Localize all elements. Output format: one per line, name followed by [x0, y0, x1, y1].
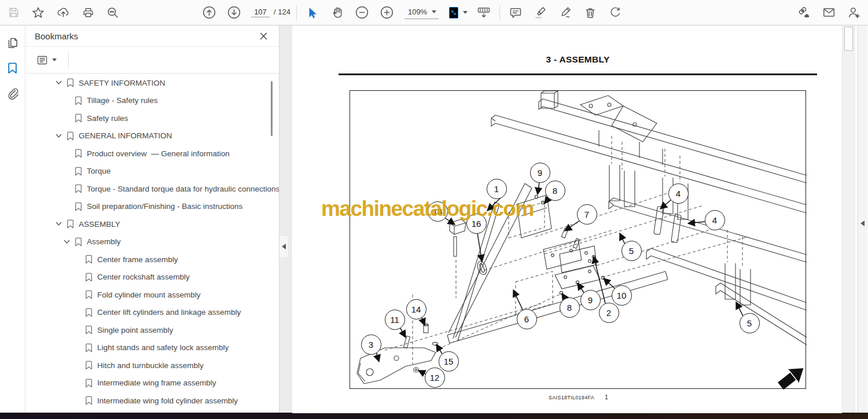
bookmark-label: Intermediate wing frame assembly [97, 378, 216, 387]
bookmark-icon [6, 61, 19, 75]
bookmark-item[interactable]: Light stands and safety lock assembly [25, 339, 279, 357]
bookmark-glyph-icon [75, 237, 82, 247]
bookmark-item[interactable]: Product overview — General information [25, 145, 279, 163]
chevron-left-icon [282, 244, 286, 249]
scrollbar-thumb[interactable] [844, 27, 853, 51]
bookmarks-scrollbar-thumb[interactable] [271, 81, 273, 136]
comment-button[interactable] [506, 3, 525, 23]
hand-tool-button[interactable] [328, 3, 347, 23]
sign-button[interactable] [556, 3, 575, 23]
bookmark-item[interactable]: Single point assembly [25, 321, 279, 339]
bookmark-label: ASSEMBLY [79, 220, 120, 229]
chevron-down-icon [54, 222, 62, 226]
arrow-up-circle-icon [203, 6, 216, 19]
select-tool-button[interactable] [303, 3, 322, 23]
fit-page-dropdown[interactable] [447, 6, 468, 20]
bookmark-label: Hitch and turnbuckle assembly [97, 361, 204, 370]
chevron-down-icon [52, 58, 57, 61]
document-scrollbar[interactable] [842, 25, 855, 413]
options-separator [68, 52, 69, 69]
bookmarks-panel-header: Bookmarks [25, 25, 279, 47]
highlight-button[interactable] [531, 3, 550, 23]
callout-12: 12 [425, 367, 445, 388]
zoom-in-button[interactable] [377, 3, 397, 23]
bookmark-item[interactable]: Center rockshaft assembly [25, 269, 279, 286]
bookmarks-panel-button[interactable] [2, 56, 24, 80]
bookmark-glyph-icon [67, 131, 74, 141]
bookmark-glyph-icon [75, 96, 82, 105]
bookmark-label: Soil preparation/Finishing - Basic instr… [87, 202, 242, 211]
callout-8: 8 [545, 181, 565, 201]
bookmark-item[interactable]: Hitch and turnbuckle assembly [25, 356, 279, 374]
bookmark-item[interactable]: Center frame assembly [25, 251, 279, 269]
add-account-button[interactable] [844, 3, 863, 23]
delete-button[interactable] [580, 3, 600, 23]
plus-circle-icon [380, 6, 393, 19]
bookmark-item[interactable]: Torque - Standard torque data for hydrau… [25, 180, 279, 198]
callout-4: 4 [705, 210, 725, 230]
print-icon [82, 6, 94, 19]
bookmarks-options-row [25, 47, 279, 73]
page-number-input[interactable] [251, 8, 270, 17]
collapse-panel-handle[interactable] [279, 235, 289, 258]
scrolling-mode-button[interactable] [474, 3, 494, 23]
bookmark-glyph-icon [85, 290, 93, 299]
view-tools-group: 109% [303, 3, 494, 23]
bookmark-label: Center rockshaft assembly [97, 273, 190, 281]
print-button[interactable] [78, 3, 98, 23]
page-thumbnails-button[interactable] [2, 30, 24, 54]
search-button[interactable] [103, 3, 123, 23]
comment-bubble-icon [509, 6, 522, 19]
bookmark-item[interactable]: Intermediate wing fold cylinder assembly [25, 392, 279, 410]
bookmark-label: Torque [87, 167, 111, 175]
bookmark-glyph-icon [75, 184, 82, 193]
pages-icon [6, 35, 20, 49]
section-title: 3 - ASSEMBLY [339, 54, 817, 65]
bookmark-glyph-icon [85, 343, 93, 352]
bookmark-item[interactable]: Assembly [25, 233, 279, 251]
chevron-down-icon [463, 11, 468, 14]
get-link-button[interactable] [794, 3, 814, 23]
callout-2: 2 [599, 303, 619, 323]
bookmark-glyph-icon [75, 202, 82, 211]
close-panel-button[interactable] [256, 28, 271, 43]
share-button[interactable] [53, 3, 73, 23]
bookmark-item[interactable]: Tillage - Safety rules [25, 92, 279, 110]
callout-14: 14 [406, 299, 426, 319]
bookmark-label: Intermediate wing fold cylinder assembly [97, 396, 238, 405]
bookmark-options-button[interactable] [35, 53, 59, 67]
bookmark-item[interactable]: Center lift cylinders and linkage assemb… [25, 304, 279, 322]
collapse-right-panel-handle[interactable] [860, 220, 865, 226]
chevron-down-icon [54, 80, 62, 85]
zoom-level-dropdown[interactable]: 109% [404, 6, 439, 19]
bookmark-label: Product overview — General information [87, 149, 230, 158]
rotate-button[interactable] [605, 3, 625, 23]
bookmark-item[interactable]: Intermediate wing frame assembly [25, 374, 279, 392]
star-icon [32, 6, 45, 19]
bookmark-glyph-icon [85, 255, 93, 264]
bookmark-label: Tillage - Safety rules [87, 96, 158, 105]
bookmark-item[interactable]: Safety rules [25, 109, 279, 127]
bookmark-glyph-icon [85, 361, 93, 370]
bookmark-item[interactable]: Torque [25, 163, 279, 181]
save-button[interactable] [3, 3, 23, 23]
bookmark-item[interactable]: SAFETY INFORMATION [25, 74, 279, 92]
previous-page-button[interactable] [199, 3, 219, 23]
bookmark-label: Single point assembly [97, 326, 173, 335]
page-number-box: / 124 [251, 8, 290, 17]
bookmark-label: Center frame assembly [97, 255, 178, 264]
bookmark-item[interactable]: Soil preparation/Finishing - Basic instr… [25, 198, 279, 216]
zoom-out-button[interactable] [352, 3, 372, 23]
bookmark-item[interactable]: ASSEMBLY [25, 215, 279, 233]
zoom-level-value: 109% [408, 8, 427, 16]
figure-box: 198131674451092865141131512 [350, 90, 806, 389]
bookmark-item[interactable]: Fold cylinder mount assembly [25, 286, 279, 304]
next-page-button[interactable] [224, 3, 244, 23]
star-button[interactable] [28, 3, 48, 23]
attachments-button[interactable] [2, 82, 24, 106]
panel-title: Bookmarks [35, 31, 256, 41]
email-button[interactable] [819, 3, 838, 23]
right-rail [858, 25, 867, 413]
bookmark-item[interactable]: GENERAL INFORMATION [25, 127, 279, 145]
fit-page-icon [447, 6, 460, 20]
